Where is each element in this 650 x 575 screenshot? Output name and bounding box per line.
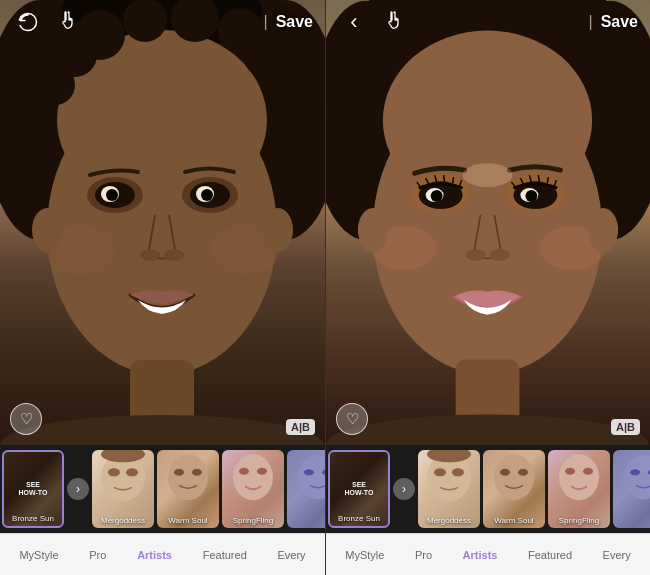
tab-artists-left[interactable]: Artists (135, 545, 174, 565)
hand-pointer-icon[interactable] (54, 6, 86, 38)
svg-point-60 (339, 98, 383, 142)
style-item-warm-soul[interactable]: Warm Soul (157, 450, 219, 528)
svg-point-18 (106, 189, 118, 201)
svg-point-92 (588, 208, 618, 252)
extra-face-r (613, 450, 650, 505)
style-item-mergoddess[interactable]: Mergoddess (92, 450, 154, 528)
svg-point-21 (164, 249, 184, 261)
mergo-face (92, 450, 154, 505)
svg-line-73 (444, 175, 445, 182)
face-area-left: ♡ A|B (0, 0, 325, 445)
svg-point-38 (126, 468, 138, 476)
style-next-arrow-right[interactable]: › (393, 478, 415, 500)
see-how-to-text: SEEHOW-TO (19, 481, 48, 498)
svg-point-103 (624, 455, 650, 499)
svg-point-95 (452, 468, 464, 476)
tab-featured-left[interactable]: Featured (201, 545, 249, 565)
svg-point-61 (603, 93, 647, 137)
svg-point-34 (32, 208, 62, 252)
style-item-mergoddess-r[interactable]: Mergoddess (418, 450, 480, 528)
back-arrow-icon: ‹ (350, 9, 357, 35)
style-label-warm-r: Warm Soul (483, 516, 545, 525)
svg-point-44 (239, 468, 249, 475)
svg-point-43 (233, 454, 273, 500)
chevron-right-icon-r: › (402, 482, 406, 496)
topbar-right-left-icons: ‹ (338, 6, 412, 38)
svg-point-87 (489, 249, 509, 261)
tab-mystyle-left[interactable]: MyStyle (17, 545, 60, 565)
back-button[interactable]: ‹ (338, 6, 370, 38)
face-svg-right (326, 0, 650, 445)
tab-artists-right[interactable]: Artists (461, 545, 500, 565)
svg-point-19 (201, 189, 213, 201)
divider: | (263, 13, 267, 31)
svg-point-46 (298, 455, 325, 499)
style-item-springfling[interactable]: SpringFling (222, 450, 284, 528)
save-button-right[interactable]: Save (601, 13, 638, 31)
style-next-arrow[interactable]: › (67, 478, 89, 500)
see-how-to-text-r: SEEHOW-TO (345, 481, 374, 498)
svg-point-100 (559, 454, 599, 500)
heart-icon-right: ♡ (346, 410, 359, 428)
topbar-left: | Save (0, 0, 325, 44)
face-image-right (326, 0, 650, 445)
face-area-right: ♡ A|B (326, 0, 650, 445)
style-item-bronze-sun-r[interactable]: SEEHOW-TO Bronze Sun (328, 450, 390, 528)
svg-point-37 (108, 468, 120, 476)
style-label-bronze-r: Bronze Sun (330, 514, 388, 523)
style-item-extra-r[interactable] (613, 450, 650, 528)
svg-point-47 (304, 469, 314, 475)
svg-point-97 (494, 454, 534, 500)
svg-point-86 (466, 249, 486, 261)
chevron-right-icon: › (76, 482, 80, 496)
undo-icon[interactable] (12, 6, 44, 38)
svg-point-11 (0, 415, 324, 445)
face-svg-left (0, 0, 325, 445)
svg-point-102 (583, 468, 593, 475)
heart-icon-left: ♡ (20, 410, 33, 428)
style-label-mergo-r: Mergoddess (418, 516, 480, 525)
svg-point-33 (278, 93, 322, 137)
svg-point-42 (192, 469, 202, 476)
svg-point-91 (358, 208, 388, 252)
face-image-left (0, 0, 325, 445)
svg-point-98 (500, 469, 510, 476)
tab-pro-right[interactable]: Pro (413, 545, 434, 565)
style-strip-left: SEEHOW-TO Bronze Sun › Mergoddess (0, 445, 325, 533)
svg-point-45 (257, 468, 267, 475)
warm-face-r (483, 450, 545, 505)
topbar-right: ‹ | Save (326, 0, 650, 44)
svg-point-101 (565, 468, 575, 475)
style-strip-right: SEEHOW-TO Bronze Sun › Mergoddess (326, 445, 650, 533)
save-button[interactable]: Save (276, 13, 313, 31)
tab-every-left[interactable]: Every (276, 545, 308, 565)
topbar-right-actions: | Save (261, 13, 313, 31)
style-label-warm: Warm Soul (157, 516, 219, 525)
ab-badge-right: A|B (611, 419, 640, 435)
topbar-right-actions-r: | Save (586, 13, 638, 31)
right-panel: ‹ | Save (325, 0, 650, 575)
svg-point-90 (463, 163, 513, 187)
spring-face-r (548, 450, 610, 505)
style-item-extra[interactable] (287, 450, 325, 528)
svg-line-79 (538, 175, 539, 182)
tab-featured-right[interactable]: Featured (526, 545, 574, 565)
style-label-bronze: Bronze Sun (4, 514, 62, 523)
heart-button-left[interactable]: ♡ (10, 403, 42, 435)
svg-point-94 (434, 468, 446, 476)
style-item-springfling-r[interactable]: SpringFling (548, 450, 610, 528)
nav-tabs-left: MyStyle Pro Artists Featured Every (0, 533, 325, 575)
style-item-warm-soul-r[interactable]: Warm Soul (483, 450, 545, 528)
style-label-mergo: Mergoddess (92, 516, 154, 525)
nav-tabs-right: MyStyle Pro Artists Featured Every (326, 533, 650, 575)
heart-button-right[interactable]: ♡ (336, 403, 368, 435)
tab-every-right[interactable]: Every (601, 545, 633, 565)
svg-point-85 (525, 190, 537, 202)
svg-point-20 (140, 249, 160, 261)
tab-mystyle-right[interactable]: MyStyle (343, 545, 386, 565)
style-item-bronze-sun[interactable]: SEEHOW-TO Bronze Sun (2, 450, 64, 528)
tab-pro-left[interactable]: Pro (87, 545, 108, 565)
extra-face (287, 450, 325, 505)
hand-pointer-icon-right[interactable] (380, 6, 412, 38)
style-label-spring-r: SpringFling (548, 516, 610, 525)
